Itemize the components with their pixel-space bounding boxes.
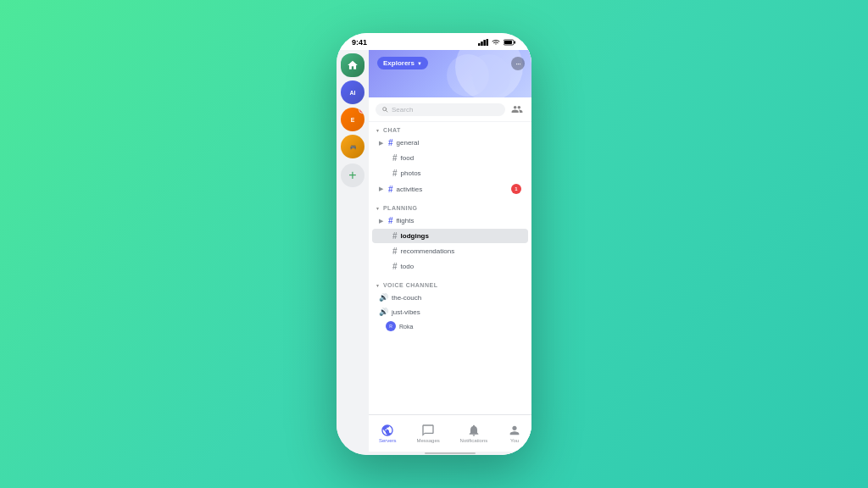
- servers-nav-icon: [381, 424, 394, 437]
- category-voice-arrow: ▼: [376, 283, 380, 288]
- channel-name-recommendations: recommendations: [401, 247, 455, 255]
- messages-nav-icon: [421, 424, 435, 437]
- voice-icon-the-couch: 🔊: [379, 293, 388, 302]
- home-indicator: [369, 452, 531, 455]
- search-input-wrap[interactable]: Search: [376, 103, 505, 116]
- channel-list: ▼ CHAT ▶ # general # food: [369, 122, 531, 414]
- sidebar-server-4[interactable]: 🎮: [341, 135, 364, 158]
- channel-hash-todo: #: [392, 262, 398, 271]
- channel-hash-activities: #: [388, 185, 393, 194]
- svg-rect-6: [515, 42, 516, 44]
- server-banner: Explorers ▼ ···: [369, 50, 531, 97]
- add-server-button[interactable]: +: [341, 164, 364, 187]
- server-name-text: Explorers: [383, 59, 415, 67]
- voice-member-roka: R Roka: [369, 319, 531, 333]
- sidebar-server-3[interactable]: E 1: [341, 108, 364, 131]
- status-bar: 9:41: [337, 33, 531, 50]
- channel-activities[interactable]: ▶ # activities 1: [372, 181, 528, 197]
- channel-name-lodgings: lodgings: [401, 232, 429, 240]
- category-planning-arrow: ▼: [376, 206, 380, 211]
- channel-recommendations[interactable]: # recommendations: [372, 244, 528, 258]
- channel-name-general: general: [397, 139, 420, 147]
- wifi-icon: [492, 39, 500, 46]
- nav-servers[interactable]: Servers: [379, 424, 397, 443]
- add-member-icon: [511, 103, 523, 115]
- add-member-button[interactable]: [509, 102, 525, 117]
- channel-name-food: food: [401, 154, 415, 162]
- nav-servers-label: Servers: [379, 438, 397, 443]
- phone-body: AI E 1 🎮 + Explorers: [337, 50, 531, 455]
- channel-flights[interactable]: ▶ # flights: [372, 214, 528, 228]
- category-planning-label: PLANNING: [383, 205, 418, 211]
- status-time: 9:41: [352, 38, 367, 47]
- category-planning[interactable]: ▼ PLANNING: [369, 200, 531, 213]
- signal-icon: [478, 39, 488, 46]
- channel-hash-recommendations: #: [392, 247, 398, 256]
- channel-hash-lodgings: #: [392, 231, 398, 241]
- server-name-arrow: ▼: [417, 61, 422, 66]
- roka-name: Roka: [399, 324, 413, 330]
- svg-rect-2: [483, 40, 486, 46]
- more-dots: ···: [515, 59, 520, 69]
- status-icons: [478, 39, 516, 46]
- channel-name-activities: activities: [397, 186, 423, 193]
- you-nav-icon: [508, 424, 521, 437]
- channel-photos[interactable]: # photos: [372, 166, 528, 180]
- channel-just-vibes[interactable]: 🔊 just-vibes: [372, 305, 528, 319]
- channel-food[interactable]: # food: [372, 151, 528, 165]
- nav-notifications-label: Notifications: [460, 438, 488, 443]
- left-sidebar: AI E 1 🎮 +: [337, 50, 369, 455]
- nav-you[interactable]: You: [508, 424, 521, 443]
- notifications-nav-icon: [467, 424, 481, 437]
- channel-hash-general: #: [388, 138, 393, 147]
- channel-lodgings[interactable]: # lodgings: [372, 229, 528, 243]
- bottom-nav: Servers Messages Notifications: [369, 414, 531, 452]
- svg-rect-0: [478, 43, 481, 46]
- search-placeholder: Search: [392, 106, 413, 114]
- category-chat-label: CHAT: [383, 127, 401, 133]
- voice-icon-just-vibes: 🔊: [379, 308, 388, 316]
- nav-messages-label: Messages: [416, 438, 439, 443]
- sidebar-server-home[interactable]: [341, 53, 364, 77]
- battery-icon: [504, 39, 516, 46]
- server-more-button[interactable]: ···: [511, 57, 525, 70]
- sidebar-server-2[interactable]: AI: [341, 80, 364, 104]
- channel-name-todo: todo: [401, 263, 415, 270]
- home-indicator-bar: [425, 452, 476, 455]
- svg-rect-5: [504, 41, 512, 44]
- server-name-button[interactable]: Explorers ▼: [377, 57, 428, 69]
- category-voice-label: VOICE CHANNEL: [383, 282, 437, 288]
- category-chat-arrow: ▼: [376, 128, 380, 133]
- phone-frame: 9:41: [337, 33, 531, 455]
- server-panel: Explorers ▼ ··· Search: [369, 50, 531, 455]
- home-icon: [347, 59, 359, 71]
- channel-name-the-couch: the-couch: [392, 294, 421, 302]
- roka-avatar: R: [386, 321, 396, 331]
- channel-hash-food: #: [392, 153, 398, 163]
- channel-name-photos: photos: [401, 169, 421, 177]
- channel-flights-arrow: ▶: [379, 218, 383, 225]
- channel-general-arrow: ▶: [379, 140, 383, 147]
- channel-the-couch[interactable]: 🔊 the-couch: [372, 291, 528, 304]
- channel-name-flights: flights: [397, 217, 415, 225]
- channel-activities-arrow: ▶: [379, 186, 383, 192]
- channel-todo[interactable]: # todo: [372, 259, 528, 274]
- channel-general[interactable]: ▶ # general: [372, 136, 528, 150]
- svg-rect-3: [487, 39, 488, 46]
- nav-you-label: You: [510, 438, 519, 443]
- server-3-notif: 1: [359, 108, 364, 114]
- category-voice[interactable]: ▼ VOICE CHANNEL: [369, 277, 531, 290]
- bottom-spacer: [369, 333, 531, 340]
- channel-name-just-vibes: just-vibes: [392, 308, 420, 316]
- search-icon: [381, 106, 388, 113]
- nav-notifications[interactable]: Notifications: [460, 424, 488, 443]
- channel-activities-notif: 1: [511, 184, 521, 194]
- nav-messages[interactable]: Messages: [416, 424, 439, 443]
- search-bar: Search: [369, 97, 531, 122]
- channel-hash-photos: #: [392, 169, 398, 178]
- svg-rect-1: [481, 42, 483, 46]
- category-chat[interactable]: ▼ CHAT: [369, 122, 531, 135]
- channel-hash-flights: #: [388, 216, 393, 225]
